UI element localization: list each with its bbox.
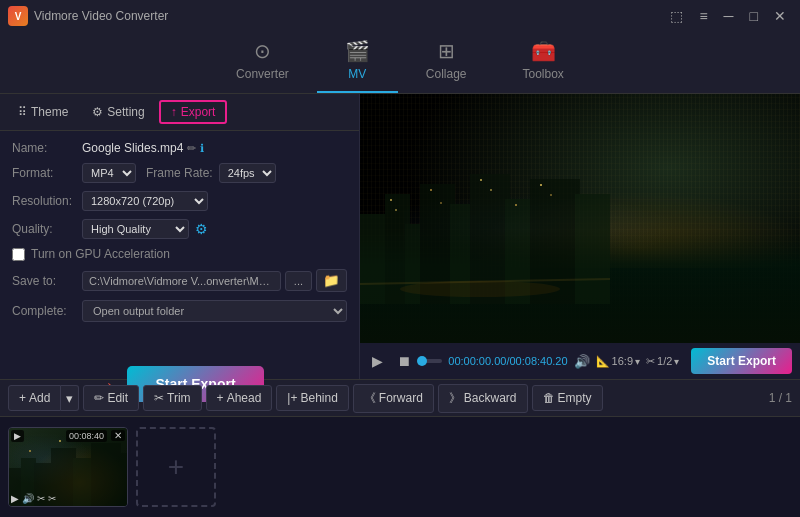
quality-settings-icon[interactable]: ⚙: [195, 221, 208, 237]
tab-converter-label: Converter: [236, 67, 289, 81]
svg-rect-9: [390, 199, 392, 201]
resolution-select[interactable]: 1280x720 (720p) 1920x1080 (1080p) 3840x2…: [82, 191, 208, 211]
complete-row: Complete: Open output folder Do nothing: [12, 300, 347, 322]
timeline-close-button[interactable]: ✕: [111, 430, 125, 441]
export-arrow-icon: ↑: [171, 105, 177, 119]
svg-rect-11: [430, 189, 432, 191]
sub-nav: ⠿ Theme ⚙ Setting ↑ Export: [0, 94, 359, 131]
cut-icon: ✂: [646, 355, 655, 368]
tl-scissors-icon[interactable]: ✂: [48, 493, 56, 504]
tab-mv-label: MV: [348, 67, 366, 81]
forward-icon: 《: [364, 390, 376, 407]
frame-rate-select[interactable]: 24fps 30fps 60fps: [219, 163, 276, 183]
timeline-item[interactable]: ▶ 00:08:40 ✕ ▶ 🔊 ✂ ✂: [8, 427, 128, 507]
empty-button[interactable]: 🗑 Empty: [532, 385, 603, 411]
theme-grid-icon: ⠿: [18, 105, 27, 119]
complete-label: Complete:: [12, 304, 82, 318]
add-button[interactable]: + Add: [8, 385, 61, 411]
svg-rect-13: [480, 179, 482, 181]
backward-button[interactable]: 》 Backward: [438, 384, 528, 413]
timeline-badge: ▶: [11, 430, 24, 442]
gpu-checkbox[interactable]: [12, 248, 25, 261]
name-input-group: Google Slides.mp4 ✏ ℹ: [82, 141, 347, 155]
forward-button[interactable]: 《 Forward: [353, 384, 434, 413]
frame-rate-label: Frame Rate:: [146, 166, 213, 180]
converter-icon: ⊙: [254, 39, 271, 63]
quality-label: Quality:: [12, 222, 82, 236]
gpu-label[interactable]: Turn on GPU Acceleration: [31, 247, 170, 261]
tab-mv[interactable]: 🎬 MV: [317, 31, 398, 93]
timeline: ▶ 00:08:40 ✕ ▶ 🔊 ✂ ✂ +: [0, 417, 800, 517]
edit-icon: ✏: [94, 391, 104, 405]
volume-icon[interactable]: 🔊: [574, 354, 590, 369]
timeline-add-button[interactable]: +: [136, 427, 216, 507]
svg-rect-14: [490, 189, 492, 191]
behind-button[interactable]: |+ Behind: [276, 385, 349, 411]
add-button-group: + Add ▾: [8, 385, 79, 411]
export-button[interactable]: ↑ Export: [159, 100, 228, 124]
player-controls: ▶ ⏹ 00:00:00.00/00:08:40.20 🔊 📐 16:9 ▾ ✂…: [360, 343, 800, 379]
main-content: ⠿ Theme ⚙ Setting ↑ Export Name: Google …: [0, 94, 800, 379]
titlebar-left: V Vidmore Video Converter: [8, 6, 168, 26]
aspect-ratio-label: 📐: [596, 355, 610, 368]
edit-icon[interactable]: ✏: [187, 142, 196, 155]
resolution-row: Resolution: 1280x720 (720p) 1920x1080 (1…: [12, 191, 347, 211]
cut-control[interactable]: ✂ 1/2 ▾: [646, 355, 679, 368]
nav-tabs: ⊙ Converter 🎬 MV ⊞ Collage 🧰 Toolbox: [0, 32, 800, 94]
win-maximize[interactable]: □: [744, 8, 764, 24]
win-close[interactable]: ✕: [768, 8, 792, 24]
tl-play-icon[interactable]: ▶: [11, 493, 19, 504]
tl-cut-icon[interactable]: ✂: [37, 493, 45, 504]
svg-rect-26: [117, 453, 127, 506]
name-row: Name: Google Slides.mp4 ✏ ℹ: [12, 141, 347, 155]
aspect-dropdown-icon[interactable]: ▾: [635, 356, 640, 367]
format-select[interactable]: MP4 MKV AVI: [82, 163, 136, 183]
play-button[interactable]: ▶: [368, 351, 387, 371]
complete-select[interactable]: Open output folder Do nothing: [82, 300, 347, 322]
add-dropdown[interactable]: ▾: [61, 385, 79, 411]
aspect-ratio-control[interactable]: 📐 16:9 ▾: [596, 355, 640, 368]
win-chat-icon[interactable]: ⬚: [664, 8, 689, 24]
quality-select[interactable]: High Quality Medium Quality Low Quality: [82, 219, 189, 239]
saveto-browse-button[interactable]: ...: [285, 271, 312, 291]
start-export-right-button[interactable]: Start Export: [691, 348, 792, 374]
svg-rect-25: [91, 443, 121, 506]
svg-rect-27: [29, 450, 31, 452]
stop-button[interactable]: ⏹: [393, 351, 415, 371]
cut-dropdown-icon[interactable]: ▾: [674, 356, 679, 367]
svg-rect-8: [575, 194, 610, 304]
svg-rect-24: [73, 458, 93, 506]
quality-row: Quality: High Quality Medium Quality Low…: [12, 219, 347, 239]
tab-collage[interactable]: ⊞ Collage: [398, 31, 495, 93]
ahead-button[interactable]: + Ahead: [206, 385, 273, 411]
tab-converter[interactable]: ⊙ Converter: [208, 31, 317, 93]
win-minimize[interactable]: ─: [718, 8, 740, 24]
saveto-row: Save to: C:\Vidmore\Vidmore V...onverter…: [12, 269, 347, 292]
setting-button[interactable]: ⚙ Setting: [82, 101, 154, 123]
time-display: 00:00:00.00/00:08:40.20: [448, 355, 567, 367]
tl-vol-icon[interactable]: 🔊: [22, 493, 34, 504]
svg-rect-15: [515, 204, 517, 206]
saveto-label: Save to:: [12, 274, 82, 288]
info-icon[interactable]: ℹ: [200, 142, 204, 155]
right-panel: ▶ ⏹ 00:00:00.00/00:08:40.20 🔊 📐 16:9 ▾ ✂…: [360, 94, 800, 379]
format-label: Format:: [12, 166, 82, 180]
gpu-row: Turn on GPU Acceleration: [12, 247, 347, 261]
name-value: Google Slides.mp4: [82, 141, 183, 155]
svg-rect-28: [59, 440, 61, 442]
trim-button[interactable]: ✂ Trim: [143, 385, 202, 411]
titlebar-title: Vidmore Video Converter: [34, 9, 168, 23]
win-menu-icon[interactable]: ≡: [693, 8, 713, 24]
progress-bar[interactable]: [421, 359, 442, 363]
behind-icon: |+: [287, 391, 297, 405]
timeline-controls: ▶ 🔊 ✂ ✂: [11, 493, 56, 504]
tab-toolbox[interactable]: 🧰 Toolbox: [495, 31, 592, 93]
trim-icon: ✂: [154, 391, 164, 405]
mv-icon: 🎬: [345, 39, 370, 63]
name-label: Name:: [12, 141, 82, 155]
saveto-folder-button[interactable]: 📁: [316, 269, 347, 292]
theme-button[interactable]: ⠿ Theme: [8, 101, 78, 123]
edit-button[interactable]: ✏ Edit: [83, 385, 139, 411]
toolbox-icon: 🧰: [531, 39, 556, 63]
frame-rate-group: Frame Rate: 24fps 30fps 60fps: [146, 163, 276, 183]
